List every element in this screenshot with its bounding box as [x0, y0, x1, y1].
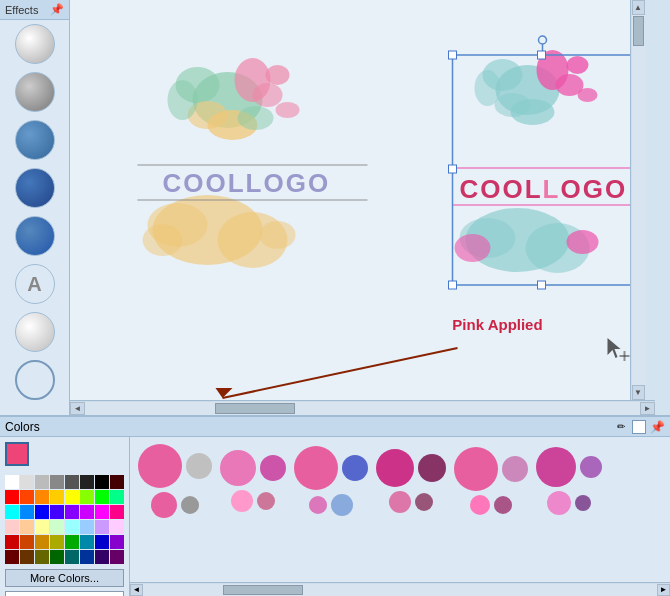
color-grid-cell[interactable] — [50, 550, 64, 564]
swatch-circle[interactable] — [454, 447, 498, 491]
color-grid-cell[interactable] — [50, 535, 64, 549]
color-grid-cell[interactable] — [80, 505, 94, 519]
colors-scroll-track[interactable] — [143, 584, 657, 596]
color-grid-cell[interactable] — [20, 550, 34, 564]
color-grid-cell[interactable] — [20, 505, 34, 519]
color-grid-cell[interactable] — [80, 475, 94, 489]
swatch-circle[interactable] — [502, 456, 528, 482]
colors-scroll-right[interactable]: ► — [657, 584, 670, 596]
color-grid-cell[interactable] — [95, 505, 109, 519]
color-grid-cell[interactable] — [110, 520, 124, 534]
color-grid-cell[interactable] — [65, 520, 79, 534]
swatch-circle[interactable] — [494, 496, 512, 514]
color-grid-cell[interactable] — [80, 520, 94, 534]
scroll-down-button[interactable]: ▼ — [632, 385, 645, 400]
color-grid-cell[interactable] — [5, 535, 19, 549]
horizontal-scrollbar-canvas[interactable]: ◄ ► — [70, 400, 655, 415]
color-grid-cell[interactable] — [5, 490, 19, 504]
swatch-circle[interactable] — [470, 495, 490, 515]
effect-button-5[interactable] — [15, 216, 55, 256]
effect-button-4[interactable] — [15, 168, 55, 208]
color-grid-cell[interactable] — [65, 475, 79, 489]
swatch-circle[interactable] — [151, 492, 177, 518]
swatch-circle[interactable] — [331, 494, 353, 516]
color-grid-cell[interactable] — [5, 475, 19, 489]
color-grid-cell[interactable] — [35, 505, 49, 519]
colors-scroll-left[interactable]: ◄ — [130, 584, 143, 596]
swatch-circle[interactable] — [309, 496, 327, 514]
color-grid-cell[interactable] — [20, 520, 34, 534]
color-grid-cell[interactable] — [50, 490, 64, 504]
swatch-circle[interactable] — [575, 495, 591, 511]
color-grid-cell[interactable] — [20, 475, 34, 489]
swatch-circle[interactable] — [580, 456, 602, 478]
color-grid-cell[interactable] — [95, 520, 109, 534]
color-grid-cell[interactable] — [80, 535, 94, 549]
color-grid-cell[interactable] — [95, 475, 109, 489]
vertical-scrollbar[interactable]: ▲ ▼ — [630, 0, 645, 400]
swatch-circle[interactable] — [342, 455, 368, 481]
swatch-circle[interactable] — [260, 455, 286, 481]
swatch-circle[interactable] — [376, 449, 414, 487]
color-grid-cell[interactable] — [95, 490, 109, 504]
color-grid-cell[interactable] — [35, 475, 49, 489]
swatch-circle[interactable] — [415, 493, 433, 511]
color-grid-cell[interactable] — [35, 490, 49, 504]
color-grid-cell[interactable] — [35, 535, 49, 549]
color-grid-cell[interactable] — [65, 490, 79, 504]
pencil-icon[interactable]: ✏ — [614, 420, 628, 434]
color-grid-cell[interactable] — [65, 535, 79, 549]
color-grid-cell[interactable] — [110, 505, 124, 519]
color-box-icon[interactable] — [632, 420, 646, 434]
color-grid-cell[interactable] — [65, 550, 79, 564]
more-colors-button[interactable]: More Colors... — [5, 569, 124, 587]
color-grid-cell[interactable] — [20, 490, 34, 504]
colors-scroll-thumb[interactable] — [223, 585, 303, 595]
swatch-circle[interactable] — [389, 491, 411, 513]
effect-button-3[interactable] — [15, 120, 55, 160]
color-grid-cell[interactable] — [110, 535, 124, 549]
effect-button-silver[interactable] — [15, 312, 55, 352]
swatch-circle[interactable] — [138, 444, 182, 488]
scroll-thumb-horizontal[interactable] — [215, 403, 295, 414]
swatch-circle[interactable] — [220, 450, 256, 486]
color-grid-cell[interactable] — [35, 550, 49, 564]
color-grid-cell[interactable] — [95, 550, 109, 564]
swatch-circle[interactable] — [186, 453, 212, 479]
color-grid-cell[interactable] — [110, 490, 124, 504]
color-grid-cell[interactable] — [80, 550, 94, 564]
swatch-circle[interactable] — [181, 496, 199, 514]
scroll-right-button[interactable]: ► — [640, 402, 655, 415]
scroll-left-button[interactable]: ◄ — [70, 402, 85, 415]
color-grid-cell[interactable] — [110, 550, 124, 564]
color-grid-cell[interactable] — [65, 505, 79, 519]
scroll-track-vertical[interactable] — [632, 15, 645, 385]
swatch-circle[interactable] — [536, 447, 576, 487]
swatch-circle[interactable] — [231, 490, 253, 512]
scroll-thumb-vertical[interactable] — [633, 16, 644, 46]
color-grid-cell[interactable] — [50, 520, 64, 534]
color-grid-cell[interactable] — [50, 505, 64, 519]
swatch-circle[interactable] — [418, 454, 446, 482]
color-grid-cell[interactable] — [5, 505, 19, 519]
colors-horizontal-scrollbar[interactable]: ◄ ► — [130, 582, 670, 596]
color-grid-cell[interactable] — [50, 475, 64, 489]
effect-button-1[interactable] — [15, 24, 55, 64]
effect-button-2[interactable] — [15, 72, 55, 112]
selected-color-swatch[interactable] — [5, 442, 29, 466]
color-grid-cell[interactable] — [95, 535, 109, 549]
scroll-up-button[interactable]: ▲ — [632, 0, 645, 15]
color-grid-cell[interactable] — [5, 520, 19, 534]
effect-button-text-a[interactable]: A — [15, 264, 55, 304]
scroll-track-horizontal[interactable] — [85, 402, 640, 415]
effect-button-outline[interactable] — [15, 360, 55, 400]
swatch-circle[interactable] — [294, 446, 338, 490]
swatch-circle[interactable] — [547, 491, 571, 515]
swatch-circle[interactable] — [257, 492, 275, 510]
color-grid-cell[interactable] — [35, 520, 49, 534]
color-grid-cell[interactable] — [110, 475, 124, 489]
color-grid-cell[interactable] — [80, 490, 94, 504]
color-grid-cell[interactable] — [20, 535, 34, 549]
color-grid-cell[interactable] — [5, 550, 19, 564]
color-filter-select[interactable]: All Recent Custom — [5, 591, 124, 596]
